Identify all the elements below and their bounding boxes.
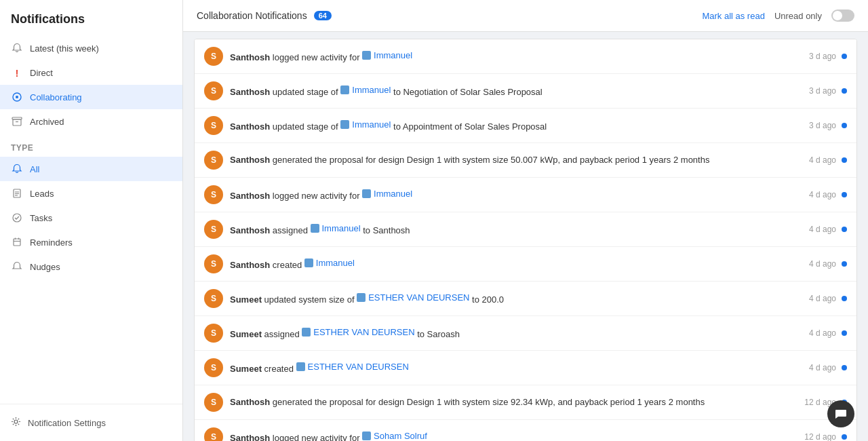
notifications-container: SSanthosh logged new activity for Immanu… <box>183 32 868 441</box>
notification-item[interactable]: SSanthosh logged new activity for Immanu… <box>195 39 856 74</box>
notification-text: Santhosh created Immanuel <box>230 257 802 271</box>
actor-name: Santhosh <box>230 432 270 441</box>
record-link[interactable]: Immanuel <box>352 119 391 131</box>
actor-name: Santhosh <box>230 52 270 62</box>
notification-item[interactable]: SSanthosh updated stage of Immanuel to A… <box>195 109 856 143</box>
sidebar-item-leads-label: Leads <box>30 189 54 199</box>
notification-settings-item[interactable]: Notification Settings <box>11 413 172 433</box>
type-section-header: Type <box>0 134 182 157</box>
time-ago: 4 d ago <box>809 190 836 199</box>
record-link[interactable]: Immanuel <box>322 223 361 235</box>
sidebar-item-all-label: All <box>30 164 39 174</box>
actor-name: Santhosh <box>230 225 270 235</box>
unread-dot <box>842 365 847 370</box>
sidebar-item-leads[interactable]: Leads <box>0 181 182 206</box>
mark-all-read-button[interactable]: Mark all as read <box>702 11 764 21</box>
sidebar-item-archived-label: Archived <box>30 117 64 127</box>
actor-name: Sumeet <box>230 294 262 304</box>
main-header: Collaboration Notifications 64 Mark all … <box>183 0 868 32</box>
record-link[interactable]: Immanuel <box>316 257 355 269</box>
sidebar-item-nudges[interactable]: Nudges <box>0 254 182 279</box>
notification-item[interactable]: SSanthosh logged new activity for Soham … <box>195 420 856 441</box>
sidebar-item-reminders[interactable]: Reminders <box>0 230 182 254</box>
sidebar: Notifications Latest (this week) ! Direc… <box>0 0 183 441</box>
svg-point-14 <box>14 420 18 423</box>
notification-list: SSanthosh logged new activity for Immanu… <box>194 39 857 441</box>
avatar: S <box>204 185 223 204</box>
notification-meta: 4 d ago <box>809 294 847 303</box>
svg-rect-10 <box>14 239 20 246</box>
notification-meta: 4 d ago <box>809 190 847 199</box>
time-ago: 4 d ago <box>809 328 836 338</box>
actor-name: Santhosh <box>230 121 270 131</box>
notification-item[interactable]: SSanthosh generated the proposal for des… <box>195 385 856 420</box>
sidebar-item-reminders-label: Reminders <box>30 237 73 248</box>
avatar: S <box>204 427 223 441</box>
record-link[interactable]: Soham Solruf <box>374 430 427 441</box>
notification-item[interactable]: SSumeet created ESTHER VAN DEURSEN4 d ag… <box>195 351 856 385</box>
unread-dot <box>842 88 847 94</box>
chat-button[interactable] <box>827 400 854 427</box>
notification-meta: 12 d ago <box>804 432 847 441</box>
gear-icon <box>11 417 21 429</box>
notification-item[interactable]: SSanthosh updated stage of Immanuel to N… <box>195 74 856 109</box>
time-ago: 3 d ago <box>809 52 836 61</box>
avatar: S <box>204 81 223 100</box>
avatar: S <box>204 254 223 273</box>
leads-icon <box>11 187 23 199</box>
notification-text: Santhosh updated stage of Immanuel to Ap… <box>230 119 802 133</box>
notification-item[interactable]: SSanthosh created Immanuel4 d ago <box>195 247 856 282</box>
notification-item[interactable]: SSanthosh assigned Immanuel to Santhosh4… <box>195 212 856 247</box>
notification-meta: 3 d ago <box>809 86 847 96</box>
sidebar-item-tasks[interactable]: Tasks <box>0 206 182 230</box>
avatar: S <box>204 47 223 66</box>
unread-only-toggle[interactable] <box>831 9 854 22</box>
notification-text: Sumeet assigned ESTHER VAN DEURSEN to Sa… <box>230 326 802 341</box>
time-ago: 4 d ago <box>809 294 836 303</box>
avatar: S <box>204 324 223 343</box>
sidebar-item-archived[interactable]: Archived <box>0 109 182 134</box>
notification-item[interactable]: SSumeet assigned ESTHER VAN DEURSEN to S… <box>195 316 856 351</box>
notification-count-badge: 64 <box>314 11 332 20</box>
record-link[interactable]: ESTHER VAN DEURSEN <box>313 326 414 339</box>
notification-text: Santhosh logged new activity for Immanue… <box>230 50 802 64</box>
sidebar-item-direct[interactable]: ! Direct <box>0 60 182 85</box>
header-left: Collaboration Notifications 64 <box>197 10 332 21</box>
notification-meta: 3 d ago <box>809 121 847 130</box>
collaborating-icon <box>11 91 23 103</box>
toggle-knob <box>833 11 842 20</box>
unread-dot <box>842 330 847 336</box>
actor-name: Santhosh <box>230 259 270 269</box>
notification-item[interactable]: SSanthosh logged new activity for Immanu… <box>195 178 856 212</box>
notification-item[interactable]: SSanthosh generated the proposal for des… <box>195 143 856 178</box>
sidebar-item-all[interactable]: All <box>0 157 182 181</box>
reminders-icon <box>11 236 23 248</box>
sidebar-item-latest-label: Latest (this week) <box>30 43 99 54</box>
notifications-header-title: Collaboration Notifications <box>197 10 307 21</box>
page-title: Notifications <box>0 0 182 36</box>
record-link[interactable]: Immanuel <box>374 188 412 200</box>
record-link[interactable]: ESTHER VAN DEURSEN <box>368 292 469 304</box>
notification-meta: 4 d ago <box>809 259 847 269</box>
unread-dot <box>842 192 847 197</box>
notification-meta: 4 d ago <box>809 225 847 234</box>
notification-item[interactable]: SSumeet updated system size of ESTHER VA… <box>195 282 856 316</box>
header-right: Mark all as read Unread only <box>702 9 854 22</box>
unread-dot <box>842 434 847 440</box>
notification-text: Sumeet updated system size of ESTHER VAN… <box>230 292 802 306</box>
svg-point-9 <box>13 214 21 222</box>
sidebar-item-latest[interactable]: Latest (this week) <box>0 36 182 60</box>
notification-meta: 3 d ago <box>809 52 847 61</box>
sidebar-item-collaborating[interactable]: Collaborating <box>0 85 182 109</box>
record-link[interactable]: Immanuel <box>374 50 412 62</box>
time-ago: 4 d ago <box>809 155 836 165</box>
record-link[interactable]: Immanuel <box>352 84 391 96</box>
time-ago: 4 d ago <box>809 225 836 234</box>
time-ago: 4 d ago <box>809 363 836 372</box>
record-link[interactable]: ESTHER VAN DEURSEN <box>308 361 409 373</box>
actor-name: Santhosh <box>230 397 270 407</box>
sidebar-bottom: Notification Settings <box>0 404 182 441</box>
svg-rect-2 <box>13 119 21 126</box>
svg-point-1 <box>16 96 18 98</box>
notification-text: Santhosh generated the proposal for desi… <box>230 154 802 166</box>
